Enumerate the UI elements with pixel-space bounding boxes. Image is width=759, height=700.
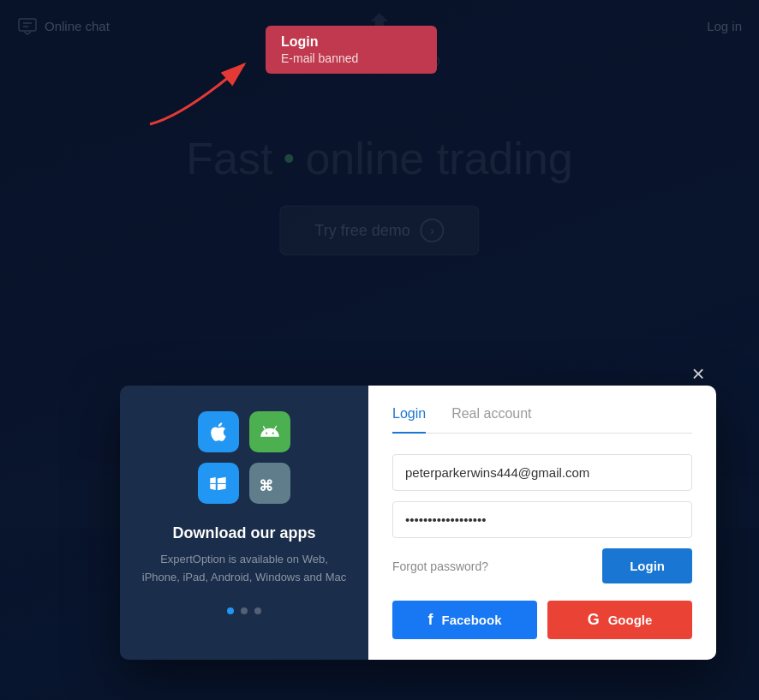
modal-tabs: Login Real account [392,406,692,434]
facebook-icon: f [427,611,433,629]
google-label: Google [608,613,653,627]
facebook-label: Facebook [441,613,501,627]
modal-right-panel: Login Real account Forgot password? Logi… [368,386,716,660]
modal-close-button[interactable]: × [684,360,712,387]
dot-1[interactable] [227,607,234,614]
modal-left-panel: ⌘ Download our apps ExpertOption is avai… [120,386,368,660]
dot-3[interactable] [254,607,261,614]
mac-icon: ⌘ [249,463,290,504]
carousel-dots [227,607,261,614]
error-message: E-mail banned [281,51,421,65]
svg-text:⌘: ⌘ [259,477,273,494]
dot-2[interactable] [241,607,248,614]
error-title: Login [281,34,421,50]
google-icon: G [588,611,600,629]
download-title: Download our apps [172,524,315,542]
google-login-button[interactable]: G Google [547,601,692,639]
password-input[interactable] [392,501,692,538]
ios-icon [198,411,239,452]
tab-real-account[interactable]: Real account [451,406,531,434]
login-modal: ⌘ Download our apps ExpertOption is avai… [120,386,716,660]
download-desc: ExpertOption is available on Web, iPhone… [140,551,348,587]
error-tooltip: Login E-mail banned [266,26,437,74]
social-buttons: f Facebook G Google [392,601,692,639]
login-button[interactable]: Login [602,548,692,583]
forgot-password-link[interactable]: Forgot password? [392,559,488,573]
android-icon [249,411,290,452]
form-action-row: Forgot password? Login [392,548,692,583]
tab-login[interactable]: Login [392,406,426,434]
email-input[interactable] [392,454,692,491]
facebook-login-button[interactable]: f Facebook [392,601,537,639]
windows-icon [198,463,239,504]
app-icons-grid: ⌘ [198,411,290,504]
